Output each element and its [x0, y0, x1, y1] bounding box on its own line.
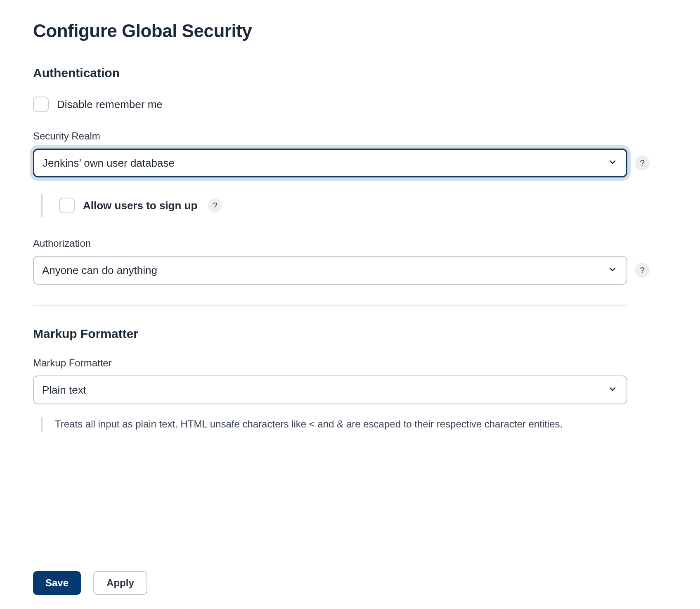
authorization-select[interactable]: Anyone can do anything — [33, 256, 627, 285]
footer-button-bar: Save Apply — [0, 559, 700, 609]
security-realm-label: Security Realm — [33, 130, 667, 142]
allow-signup-row: Allow users to sign up ? — [41, 194, 667, 217]
allow-signup-label: Allow users to sign up — [83, 199, 197, 212]
authorization-help-button[interactable]: ? — [635, 263, 650, 278]
markup-formatter-select-wrap: Plain text — [33, 375, 627, 404]
disable-remember-me-checkbox[interactable] — [33, 97, 49, 112]
section-authentication: Authentication — [33, 66, 667, 80]
section-divider — [33, 305, 627, 306]
section-markup-formatter: Markup Formatter — [33, 327, 667, 341]
markup-formatter-select[interactable]: Plain text — [33, 375, 627, 404]
allow-signup-help-button[interactable]: ? — [208, 198, 222, 212]
allow-signup-checkbox[interactable] — [59, 198, 75, 213]
disable-remember-me-label: Disable remember me — [57, 98, 163, 111]
page-title: Configure Global Security — [33, 21, 667, 41]
save-button[interactable]: Save — [33, 571, 81, 595]
authorization-label: Authorization — [33, 238, 667, 249]
disable-remember-me-row: Disable remember me — [33, 97, 667, 112]
authorization-value: Anyone can do anything — [42, 264, 157, 277]
security-realm-select[interactable]: Jenkins’ own user database — [33, 149, 627, 177]
apply-button[interactable]: Apply — [93, 571, 147, 595]
markup-formatter-value: Plain text — [42, 384, 86, 397]
markup-formatter-help-content: Treats all input as plain text. HTML uns… — [55, 418, 563, 430]
markup-formatter-label: Markup Formatter — [33, 357, 667, 369]
security-realm-value: Jenkins’ own user database — [43, 157, 175, 170]
security-realm-help-button[interactable]: ? — [635, 156, 650, 170]
markup-formatter-help-text: Treats all input as plain text. HTML uns… — [41, 417, 667, 432]
authorization-select-wrap: Anyone can do anything ? — [33, 256, 627, 285]
security-realm-select-wrap: Jenkins’ own user database ? — [33, 149, 627, 177]
